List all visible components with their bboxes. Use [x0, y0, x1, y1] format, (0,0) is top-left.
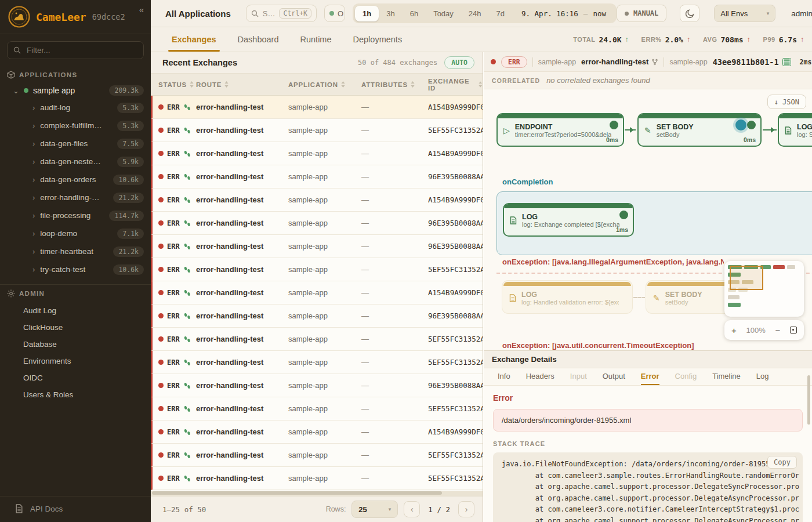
column-exchange-id[interactable]: EXCHANGE ID — [428, 78, 483, 92]
tab-exchanges[interactable]: Exchanges — [172, 27, 216, 52]
chevron-right-icon[interactable]: › — [32, 139, 35, 148]
filter-input[interactable] — [26, 45, 137, 55]
flow-node-completion-log[interactable]: LOG log: Exchange completed [${exchan 1m… — [503, 203, 634, 237]
sidebar-admin-item[interactable]: ClickHouse — [0, 319, 151, 336]
sidebar-admin-item[interactable]: Users & Roles — [0, 386, 151, 403]
previous-page-button[interactable]: ‹ — [404, 501, 420, 517]
time-range-1h[interactable]: 1h — [355, 6, 379, 21]
sidebar-admin-item[interactable]: Audit Log — [0, 302, 151, 319]
table-row[interactable]: ERR error-handling-test sample-app — 5EF… — [151, 467, 483, 490]
time-range-7d[interactable]: 7d — [489, 6, 512, 21]
detail-route-name[interactable]: error-handling-test — [581, 57, 658, 66]
flow-node-setbody[interactable]: ✎ SET BODY setBody 0ms — [637, 113, 762, 147]
sidebar-route-item[interactable]: › file-processing 114.7k — [0, 206, 151, 224]
chevron-right-icon[interactable]: › — [32, 211, 35, 220]
sidebar-route-item[interactable]: › data-gen-orders 10.6k — [0, 171, 151, 188]
auto-refresh-badge[interactable]: AUTO — [444, 56, 474, 69]
column-attributes[interactable]: ATTRIBUTES — [361, 81, 428, 88]
date-range[interactable]: 9. Apr. 16:16 — now — [512, 9, 614, 18]
flow-node-log[interactable]: LOG log: Sta — [778, 113, 812, 147]
global-search[interactable]: S… Ctrl+K — [246, 5, 317, 22]
zoom-out-button[interactable]: − — [775, 326, 780, 335]
flow-node-exception-log[interactable]: LOG log: Handled validation error: ${exc… — [502, 281, 632, 313]
download-json-button[interactable]: ↓ JSON — [767, 95, 806, 109]
flow-node-endpoint[interactable]: ▷ ENDPOINT timer:errorTest?period=5000&d… — [496, 113, 624, 147]
stack-trace-box[interactable]: java.io.FileNotFoundException: /data/ord… — [493, 452, 803, 522]
chevron-right-icon[interactable]: › — [32, 157, 35, 166]
sidebar-admin-item[interactable]: OIDC — [0, 369, 151, 386]
manual-refresh-button[interactable]: MANUAL — [617, 5, 666, 22]
vertical-scrollbar-thumb[interactable] — [807, 375, 810, 425]
time-range-3h[interactable]: 3h — [379, 6, 402, 21]
breakpoint-dot[interactable] — [735, 119, 746, 130]
table-row[interactable]: ERR error-handling-test sample-app — 96E… — [151, 374, 483, 397]
tab-log[interactable]: Log — [756, 368, 769, 385]
table-row[interactable]: ERR error-handling-test sample-app — A15… — [151, 142, 483, 165]
column-status[interactable]: STATUS — [158, 81, 196, 88]
table-row[interactable]: ERR error-handling-test sample-app — 5EF… — [151, 258, 483, 281]
sidebar-item-sample-app[interactable]: ⌄ sample app 209.3k — [0, 82, 151, 99]
fit-view-button[interactable] — [790, 327, 797, 334]
sidebar-route-item[interactable]: › error-handling-… 21.2k — [0, 188, 151, 206]
sidebar-route-item[interactable]: › try-catch-test 10.6k — [0, 260, 151, 278]
table-row[interactable]: ERR error-handling-test sample-app — 5EF… — [151, 328, 483, 351]
sidebar-route-item[interactable]: › data-gen-files 7.5k — [0, 135, 151, 153]
chevron-right-icon[interactable]: › — [32, 175, 35, 184]
minimap-viewport[interactable] — [730, 266, 763, 290]
horizontal-scrollbar[interactable] — [151, 491, 483, 496]
sidebar-route-item[interactable]: › audit-log 5.3k — [0, 99, 151, 117]
tab-deployments[interactable]: Deployments — [353, 27, 403, 52]
table-row[interactable]: ERR error-handling-test sample-app — 5EF… — [151, 444, 483, 467]
sidebar-route-item[interactable]: › loop-demo 7.1k — [0, 224, 151, 242]
column-route[interactable]: ROUTE — [196, 81, 288, 88]
online-status-button[interactable]: O — [324, 5, 345, 22]
sidebar-route-item[interactable]: › timer-heartbeat 21.2k — [0, 242, 151, 260]
chevron-right-icon[interactable]: › — [32, 265, 35, 274]
tab-dashboard[interactable]: Dashboard — [238, 27, 279, 52]
copy-button[interactable]: Copy — [767, 456, 797, 469]
table-row[interactable]: ERR error-handling-test sample-app — 96E… — [151, 304, 483, 328]
column-application[interactable]: APPLICATION — [288, 81, 361, 88]
sidebar-filter[interactable] — [7, 41, 144, 59]
environment-selector[interactable]: All Envs ▾ — [714, 5, 775, 22]
route-flow-canvas[interactable]: ↓ JSON ▷ ENDPOINT timer:errorTest?period… — [484, 89, 812, 351]
chevron-right-icon[interactable]: › — [32, 103, 35, 112]
time-range-6h[interactable]: 6h — [403, 6, 426, 21]
tab-output[interactable]: Output — [603, 368, 625, 385]
tab-info[interactable]: Info — [498, 368, 510, 385]
exchange-id[interactable]: 43ee9811b801-1 — [713, 57, 791, 67]
tab-headers[interactable]: Headers — [526, 368, 554, 385]
chevron-right-icon[interactable]: › — [32, 193, 35, 202]
table-row[interactable]: ERR error-handling-test sample-app — A15… — [151, 188, 483, 212]
chevron-right-icon[interactable]: › — [32, 247, 35, 256]
next-page-button[interactable]: › — [458, 501, 474, 517]
sidebar-route-item[interactable]: › data-gen-neste… 5.9k — [0, 153, 151, 171]
time-range-today[interactable]: Today — [426, 6, 461, 21]
table-row[interactable]: ERR error-handling-test sample-app — A15… — [151, 420, 483, 444]
table-row[interactable]: ERR error-handling-test sample-app — 5EF… — [151, 397, 483, 420]
flow-minimap[interactable] — [724, 261, 804, 317]
scrollbar-thumb[interactable] — [152, 491, 442, 495]
table-row[interactable]: ERR error-handling-test sample-app — A15… — [151, 96, 483, 119]
time-range-24h[interactable]: 24h — [461, 6, 489, 21]
tab-timeline[interactable]: Timeline — [712, 368, 741, 385]
table-row[interactable]: ERR error-handling-test sample-app — 96E… — [151, 212, 483, 235]
api-docs-link[interactable]: API Docs — [0, 496, 151, 522]
tab-error[interactable]: Error — [641, 368, 659, 385]
chevron-right-icon[interactable]: › — [32, 229, 35, 238]
table-row[interactable]: ERR error-handling-test sample-app — 96E… — [151, 165, 483, 188]
sidebar-route-item[interactable]: › complex-fulfillm… 5.3k — [0, 117, 151, 135]
dark-mode-toggle[interactable] — [680, 5, 699, 22]
tab-runtime[interactable]: Runtime — [300, 27, 332, 52]
zoom-in-button[interactable]: + — [731, 326, 737, 335]
sidebar-admin-item[interactable]: Environments — [0, 353, 151, 369]
table-row[interactable]: ERR error-handling-test sample-app — 96E… — [151, 235, 483, 258]
collapse-sidebar-button[interactable]: « — [139, 5, 144, 14]
table-row[interactable]: ERR error-handling-test sample-app — 5EF… — [151, 119, 483, 142]
chevron-down-icon[interactable]: ⌄ — [13, 86, 19, 95]
sidebar-admin-item[interactable]: Database — [0, 336, 151, 353]
chevron-right-icon[interactable]: › — [32, 121, 35, 130]
rows-per-page-select[interactable]: 25 ▾ — [351, 501, 398, 518]
table-row[interactable]: ERR error-handling-test sample-app — 5EF… — [151, 351, 483, 374]
table-row[interactable]: ERR error-handling-test sample-app — A15… — [151, 281, 483, 304]
